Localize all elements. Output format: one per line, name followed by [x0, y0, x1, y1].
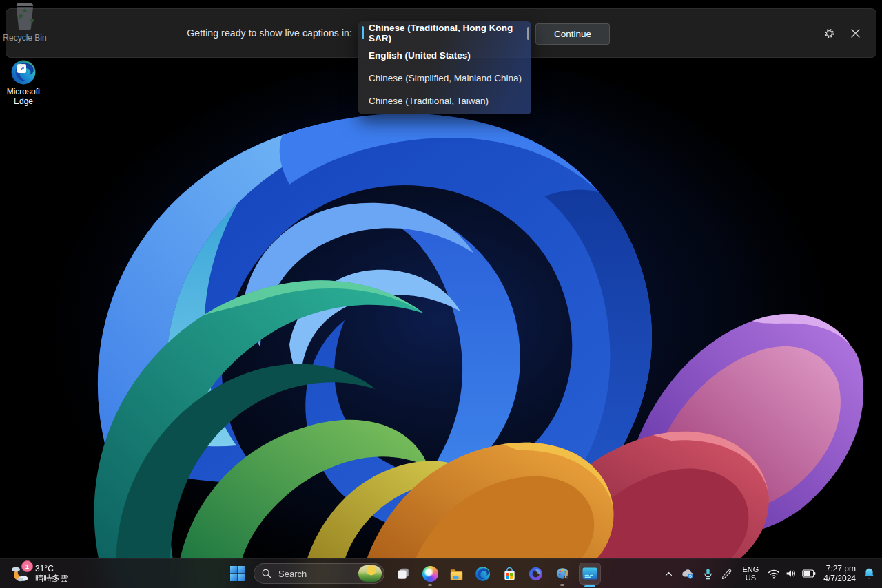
selection-accent-bar: [362, 26, 364, 39]
clock-time: 7:27 pm: [826, 564, 856, 574]
running-indicator: [560, 584, 564, 586]
captions-close-button[interactable]: [845, 24, 865, 42]
captions-settings-button[interactable]: [819, 24, 839, 42]
paint-icon: [555, 566, 571, 582]
recycle-bin-icon: [12, 1, 38, 32]
copilot-button[interactable]: [422, 565, 438, 582]
weather-condition: 晴時多雲: [35, 574, 68, 583]
language-option[interactable]: Chinese (Traditional, Taiwan): [358, 90, 531, 112]
active-window-indicator: [584, 585, 595, 587]
continue-button-label: Continue: [554, 29, 591, 39]
live-captions-app-icon: [582, 565, 598, 582]
windows-desktop: Recycle Bin ↗ Microsoft Edge: [0, 0, 882, 588]
paint-button[interactable]: [554, 565, 571, 582]
onedrive-tray-button[interactable]: [681, 563, 695, 584]
bing-daily-image: [358, 565, 382, 582]
pen-icon: [721, 568, 733, 580]
language-option-selected[interactable]: Chinese (Traditional, Hong Kong SAR): [358, 21, 531, 44]
taskbar: 1 31°C 晴時多雲: [0, 558, 882, 588]
search-input[interactable]: [277, 568, 358, 580]
desktop-icon-recycle-bin[interactable]: Recycle Bin: [3, 1, 47, 43]
microphone-icon: [703, 568, 713, 580]
captions-status-message: Getting ready to show live captions in:: [6, 9, 356, 57]
weather-temperature: 31°C: [35, 564, 68, 574]
continue-button[interactable]: Continue: [535, 23, 610, 45]
dropdown-scrollbar[interactable]: [527, 27, 529, 40]
chevron-up-icon: [664, 569, 673, 578]
file-explorer-icon: [449, 566, 464, 582]
running-indicator: [428, 584, 432, 586]
tray-overflow-button[interactable]: [664, 563, 673, 584]
caption-language-dropdown: Chinese (Traditional, Hong Kong SAR) Eng…: [358, 21, 531, 114]
language-indicator[interactable]: ENG US: [741, 565, 760, 582]
search-icon: [262, 569, 271, 578]
weather-alert-badge: 1: [21, 560, 33, 572]
edge-label-line1: Microsoft: [7, 87, 41, 96]
copilot-icon: [422, 566, 438, 582]
microsoft-store-button[interactable]: [501, 565, 517, 582]
weather-icon: 1: [10, 563, 30, 584]
shortcut-arrow-icon: ↗: [17, 64, 26, 73]
notification-bell-icon: [863, 567, 875, 580]
system-tray: ENG US: [664, 559, 878, 588]
recycle-bin-label: Recycle Bin: [3, 33, 46, 43]
task-view-button[interactable]: [395, 565, 411, 582]
notification-center-button[interactable]: [863, 563, 875, 584]
language-option[interactable]: English (United States): [358, 44, 531, 67]
language-code: ENG: [742, 565, 759, 574]
file-explorer-button[interactable]: [448, 565, 464, 582]
store-icon: [502, 566, 517, 582]
language-option[interactable]: Chinese (Simplified, Mainland China): [358, 67, 531, 90]
battery-icon: [802, 569, 816, 578]
microphone-tray-button[interactable]: [703, 563, 713, 584]
language-region: US: [746, 574, 756, 582]
windows-logo-icon: [230, 566, 245, 581]
edge-label-line2: Edge: [14, 96, 33, 106]
gear-icon: [823, 28, 835, 39]
clock-date: 4/7/2024: [823, 574, 856, 583]
weather-widget[interactable]: 1 31°C 晴時多雲: [4, 559, 74, 588]
edge-taskbar-button[interactable]: [474, 565, 491, 582]
desktop-icon-microsoft-edge[interactable]: ↗ Microsoft Edge: [1, 59, 45, 106]
task-view-icon: [396, 566, 411, 581]
quick-settings-button[interactable]: [768, 568, 816, 579]
microsoft-365-button[interactable]: [527, 565, 544, 582]
close-icon: [851, 29, 860, 38]
onedrive-cloud-icon: [681, 567, 695, 581]
live-captions-app-button[interactable]: [579, 563, 601, 585]
clock[interactable]: 7:27 pm 4/7/2024: [823, 564, 856, 583]
pen-tray-button[interactable]: [721, 563, 733, 584]
start-button[interactable]: [229, 565, 246, 582]
wifi-icon: [768, 569, 780, 579]
volume-icon: [785, 568, 797, 579]
taskbar-search[interactable]: [254, 563, 384, 584]
edge-icon: [475, 566, 491, 582]
microsoft-365-icon: [528, 566, 544, 582]
